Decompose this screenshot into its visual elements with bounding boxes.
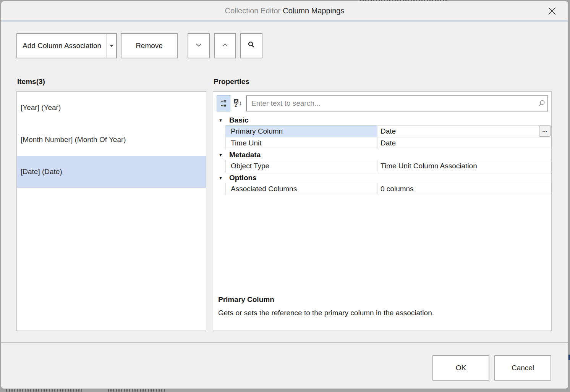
- list-item-label: [Year] (Year): [21, 103, 61, 112]
- property-grid-panel: +≡+≡ AZ ↓ ▼ Basic Primary Column: [213, 91, 552, 331]
- property-row-associated-columns[interactable]: Associated Columns 0 columns: [225, 183, 551, 195]
- items-panel-header: Items(3): [17, 77, 45, 86]
- property-description-text: Gets or sets the reference to the primar…: [218, 309, 545, 317]
- property-value: Time Unit Column Association: [381, 162, 477, 170]
- category-label: Basic: [229, 116, 249, 124]
- properties-panel-header: Properties: [214, 77, 249, 86]
- ok-button-label: OK: [456, 364, 466, 372]
- search-icon: [247, 40, 256, 52]
- property-description: Primary Column Gets or sets the referenc…: [218, 295, 545, 317]
- remove-button-label: Remove: [136, 42, 163, 50]
- property-name: Primary Column: [231, 127, 283, 136]
- property-row-primary-column[interactable]: Primary Column Date ...: [225, 125, 551, 137]
- property-grid-toolbar: +≡+≡ AZ ↓: [213, 92, 551, 113]
- add-column-association-dropdown-button[interactable]: [107, 34, 116, 58]
- chevron-down-icon: [194, 40, 203, 52]
- background-window-fragment: [6, 389, 83, 392]
- category-label: Options: [229, 174, 257, 182]
- property-row-time-unit[interactable]: Time Unit Date: [225, 137, 551, 149]
- find-button[interactable]: [240, 33, 262, 58]
- category-expand-icon: ▼: [219, 118, 223, 123]
- list-item-month-number[interactable]: [Month Number] (Month Of Year): [17, 124, 206, 156]
- alphabetical-sort-toggle[interactable]: AZ ↓: [231, 95, 245, 111]
- property-value-cell[interactable]: Date: [377, 137, 551, 149]
- property-name-cell[interactable]: Associated Columns: [226, 183, 377, 195]
- chevron-up-icon: [220, 40, 230, 52]
- category-expand-icon: ▼: [219, 176, 223, 180]
- remove-button[interactable]: Remove: [121, 33, 178, 58]
- category-basic[interactable]: ▼ Basic: [213, 115, 551, 126]
- ellipsis-icon: ...: [542, 128, 547, 132]
- dialog-title-prefix: Collection Editor: [225, 6, 281, 15]
- ok-button[interactable]: OK: [432, 355, 489, 381]
- category-label: Metadata: [229, 151, 261, 159]
- property-name: Associated Columns: [231, 185, 297, 193]
- dialog-title-main: Column Mappings: [283, 6, 344, 15]
- items-list: [Year] (Year) [Month Number] (Month Of Y…: [16, 91, 206, 331]
- property-name-cell[interactable]: Primary Column: [226, 126, 377, 137]
- dialog-title: Collection EditorColumn Mappings: [225, 6, 345, 15]
- property-search-input[interactable]: [246, 95, 548, 111]
- close-icon: [547, 6, 557, 17]
- property-value-cell[interactable]: 0 columns: [377, 183, 551, 195]
- property-grid: ▼ Basic Primary Column Date ... Time Uni…: [213, 115, 551, 195]
- chevron-down-icon: [110, 45, 113, 47]
- titlebar: Collection EditorColumn Mappings: [1, 1, 568, 21]
- property-value: Date: [381, 127, 396, 136]
- list-item-date[interactable]: [Date] (Date): [17, 156, 206, 188]
- ellipsis-button[interactable]: ...: [539, 126, 551, 137]
- close-button[interactable]: [545, 6, 559, 18]
- cancel-button-label: Cancel: [512, 364, 534, 372]
- collection-editor-dialog: Collection EditorColumn Mappings Add Col…: [1, 1, 568, 389]
- list-item-year[interactable]: [Year] (Year): [17, 92, 206, 124]
- category-options[interactable]: ▼ Options: [213, 172, 551, 183]
- categorized-view-toggle[interactable]: +≡+≡: [217, 95, 230, 111]
- list-item-label: [Month Number] (Month Of Year): [21, 136, 126, 144]
- add-column-association-label: Add Column Association: [23, 42, 101, 50]
- property-name: Object Type: [231, 162, 269, 170]
- property-name-cell[interactable]: Time Unit: [226, 137, 377, 149]
- background-window-fragment: [108, 389, 165, 392]
- move-up-button[interactable]: [214, 33, 236, 58]
- list-item-label: [Date] (Date): [21, 168, 62, 176]
- property-value-cell[interactable]: Time Unit Column Association: [377, 160, 551, 172]
- add-column-association-button[interactable]: Add Column Association: [17, 34, 107, 58]
- category-metadata[interactable]: ▼ Metadata: [213, 149, 551, 160]
- property-value-cell[interactable]: Date ...: [377, 126, 551, 137]
- cancel-button[interactable]: Cancel: [494, 355, 551, 381]
- property-row-object-type[interactable]: Object Type Time Unit Column Association: [225, 160, 551, 172]
- property-value: 0 columns: [381, 185, 414, 193]
- add-column-association-split-button: Add Column Association: [16, 33, 117, 58]
- category-expand-icon: ▼: [219, 153, 223, 157]
- move-down-button[interactable]: [188, 33, 210, 58]
- footer-divider: [1, 342, 568, 343]
- alphabetical-sort-icon: AZ ↓: [234, 99, 242, 108]
- property-value: Date: [381, 139, 396, 147]
- property-name-cell[interactable]: Object Type: [226, 160, 377, 172]
- categorized-view-icon: +≡+≡: [220, 99, 226, 108]
- property-name: Time Unit: [231, 139, 262, 147]
- property-description-title: Primary Column: [218, 295, 545, 304]
